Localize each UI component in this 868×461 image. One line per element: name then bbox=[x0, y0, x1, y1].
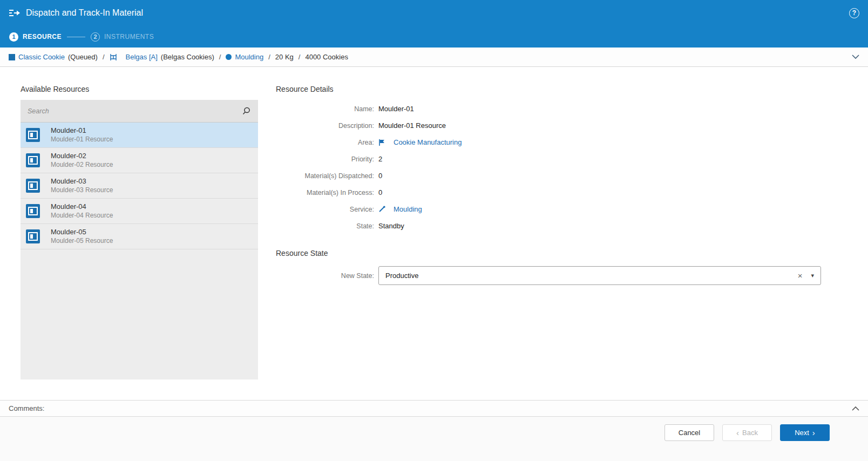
cancel-button[interactable]: Cancel bbox=[664, 424, 714, 441]
next-button-label: Next bbox=[795, 429, 809, 437]
operation-icon bbox=[226, 54, 232, 60]
breadcrumb-operation-link[interactable]: Moulding bbox=[235, 53, 263, 61]
breadcrumb-expand-chevron-icon[interactable] bbox=[852, 55, 859, 59]
new-state-row: New State: Productive × ▾ bbox=[276, 266, 824, 285]
material-icon bbox=[9, 54, 15, 60]
resource-list-item-moulder-05[interactable]: Moulder-05 Moulder-05 Resource bbox=[21, 224, 258, 249]
resource-list-item-moulder-03[interactable]: Moulder-03 Moulder-03 Resource bbox=[21, 173, 258, 199]
resource-icon bbox=[26, 229, 40, 243]
search-bar bbox=[21, 100, 258, 123]
field-label: Name: bbox=[276, 105, 378, 113]
resource-icon bbox=[26, 179, 40, 193]
resource-name: Moulder-01 bbox=[51, 126, 113, 135]
service-icon bbox=[378, 206, 385, 213]
clear-icon[interactable]: × bbox=[798, 272, 803, 280]
breadcrumb-separator: / bbox=[219, 53, 221, 61]
resource-name: Moulder-05 bbox=[51, 228, 113, 236]
step-2-circle: 2 bbox=[91, 32, 100, 42]
resource-list-panel: Moulder-01 Moulder-01 Resource bbox=[21, 100, 258, 379]
field-value: Standby bbox=[378, 222, 404, 230]
field-label: Material(s) Dispatched: bbox=[276, 172, 378, 180]
app-header: Dispatch and Track-In Material ? 1 RESOU… bbox=[0, 0, 868, 48]
detail-row-description: Description: Moulder-01 Resource bbox=[276, 117, 824, 134]
breadcrumb-material-link[interactable]: Classic Cookie bbox=[18, 53, 65, 61]
new-state-value: Productive bbox=[385, 272, 798, 280]
service-link[interactable]: Moulding bbox=[394, 205, 422, 213]
resource-name: Moulder-03 bbox=[51, 177, 113, 186]
comments-bar[interactable]: Comments: bbox=[0, 400, 868, 417]
resource-description: Moulder-02 Resource bbox=[51, 161, 113, 169]
area-flag-icon bbox=[378, 139, 385, 146]
detail-row-inprocess: Material(s) In Process: 0 bbox=[276, 184, 824, 201]
available-resources-section: Available Resources bbox=[0, 67, 258, 400]
resource-list: Moulder-01 Moulder-01 Resource bbox=[21, 123, 258, 249]
resource-details-section: Resource Details Name: Moulder-01 Descri… bbox=[258, 67, 868, 400]
field-label: Area: bbox=[276, 139, 378, 146]
back-chevron-icon: ‹ bbox=[736, 429, 739, 437]
resource-description: Moulder-03 Resource bbox=[51, 186, 113, 194]
field-value: 0 bbox=[378, 172, 382, 180]
detail-row-priority: Priority: 2 bbox=[276, 151, 824, 167]
back-button: ‹ Back bbox=[722, 424, 772, 441]
search-icon[interactable] bbox=[242, 106, 251, 116]
resource-name: Moulder-02 bbox=[51, 152, 113, 160]
area-link[interactable]: Cookie Manufacturing bbox=[394, 138, 462, 146]
resource-icon bbox=[26, 204, 40, 218]
next-button[interactable]: Next › bbox=[780, 424, 830, 441]
quantity-value: 20 Kg bbox=[275, 53, 294, 61]
new-state-label: New State: bbox=[276, 272, 378, 280]
field-label: Service: bbox=[276, 206, 378, 213]
breadcrumb-separator: / bbox=[103, 53, 105, 61]
dispatch-track-in-window: Dispatch and Track-In Material ? 1 RESOU… bbox=[0, 0, 868, 461]
available-resources-title: Available Resources bbox=[21, 85, 258, 93]
page-title: Dispatch and Track-In Material bbox=[26, 8, 143, 18]
resource-state-title: Resource State bbox=[276, 249, 824, 257]
detail-row-name: Name: Moulder-01 bbox=[276, 100, 824, 117]
resource-description: Moulder-01 Resource bbox=[51, 135, 113, 144]
comments-label: Comments: bbox=[9, 404, 44, 412]
resource-description: Moulder-04 Resource bbox=[51, 212, 113, 220]
breadcrumb-equipment-link[interactable]: Belgas [A] bbox=[126, 53, 158, 61]
equipment-icon bbox=[110, 53, 117, 61]
step-1-circle: 1 bbox=[9, 32, 18, 42]
step-instruments[interactable]: 2 INSTRUMENTS bbox=[91, 32, 154, 42]
next-chevron-icon: › bbox=[812, 429, 815, 437]
breadcrumb-separator: / bbox=[299, 53, 301, 61]
material-status: (Queued) bbox=[68, 53, 98, 61]
equipment-detail: (Belgas Cookies) bbox=[161, 53, 214, 61]
new-state-combobox[interactable]: Productive × ▾ bbox=[378, 266, 821, 285]
resource-description: Moulder-05 Resource bbox=[51, 237, 113, 245]
field-value: 0 bbox=[378, 188, 382, 196]
quantity-pieces-value: 4000 Cookies bbox=[305, 53, 348, 61]
detail-row-state: State: Standby bbox=[276, 218, 824, 234]
wizard-stepper: 1 RESOURCE 2 INSTRUMENTS bbox=[0, 26, 868, 48]
search-input[interactable] bbox=[28, 107, 242, 115]
field-value: Moulder-01 Resource bbox=[378, 121, 446, 130]
collapse-chevron-up-icon[interactable] bbox=[852, 406, 859, 411]
footer: Cancel ‹ Back Next › bbox=[0, 417, 868, 461]
field-label: Description: bbox=[276, 122, 378, 130]
resource-list-item-moulder-04[interactable]: Moulder-04 Moulder-04 Resource bbox=[21, 199, 258, 224]
field-label: Material(s) In Process: bbox=[276, 189, 378, 196]
dispatch-track-in-icon bbox=[9, 8, 21, 18]
help-icon[interactable]: ? bbox=[849, 8, 859, 18]
dropdown-caret-icon[interactable]: ▾ bbox=[811, 273, 814, 279]
breadcrumb-separator: / bbox=[268, 53, 270, 61]
field-value: Moulder-01 bbox=[378, 105, 414, 113]
resource-icon bbox=[26, 153, 40, 167]
field-label: Priority: bbox=[276, 155, 378, 163]
resource-list-item-moulder-01[interactable]: Moulder-01 Moulder-01 Resource bbox=[21, 123, 258, 148]
title-row: Dispatch and Track-In Material ? bbox=[0, 0, 868, 26]
detail-row-service: Service: Moulding bbox=[276, 201, 824, 218]
resource-details-title: Resource Details bbox=[276, 85, 824, 93]
detail-row-area: Area: Cookie Manufacturing bbox=[276, 134, 824, 151]
resource-list-item-moulder-02[interactable]: Moulder-02 Moulder-02 Resource bbox=[21, 148, 258, 173]
step-resource[interactable]: 1 RESOURCE bbox=[9, 32, 62, 42]
resource-icon bbox=[26, 128, 40, 142]
field-label: State: bbox=[276, 222, 378, 230]
step-2-label: INSTRUMENTS bbox=[104, 33, 154, 40]
back-button-label: Back bbox=[742, 429, 758, 437]
detail-row-dispatched: Material(s) Dispatched: 0 bbox=[276, 167, 824, 184]
step-1-label: RESOURCE bbox=[23, 33, 62, 40]
resource-name: Moulder-04 bbox=[51, 202, 113, 211]
